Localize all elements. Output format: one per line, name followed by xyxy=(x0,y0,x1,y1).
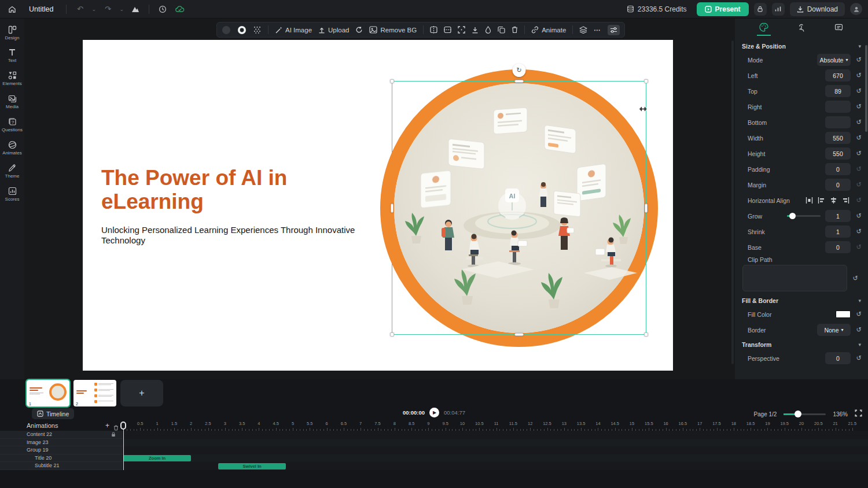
top-input[interactable]: 89 xyxy=(825,85,851,97)
align-right-icon[interactable] xyxy=(841,195,851,205)
add-animation-icon[interactable]: + xyxy=(105,422,109,430)
align-left-icon[interactable] xyxy=(816,195,826,205)
ai-image-button[interactable]: AI Image xyxy=(275,26,312,34)
slide-title[interactable]: The Power of AI in eLearning xyxy=(101,166,304,214)
sidebar-item-questions[interactable]: ?Questions xyxy=(1,115,24,135)
animation-block-zoom-in[interactable]: Zoom In xyxy=(123,455,191,461)
reset-icon[interactable]: ↺ xyxy=(854,87,863,95)
redo-dropdown-icon[interactable]: ⌄ xyxy=(119,3,124,16)
clip-path-input[interactable] xyxy=(742,265,847,291)
sidebar-item-text[interactable]: Text xyxy=(1,46,24,66)
undo-dropdown-icon[interactable]: ⌄ xyxy=(91,3,97,16)
playhead-handle[interactable] xyxy=(120,422,126,430)
perspective-input[interactable]: 0 xyxy=(825,352,851,364)
slide-subtitle[interactable]: Unlocking Personalized Learning Experien… xyxy=(101,225,356,246)
track-row-content-22[interactable]: Content 22 xyxy=(0,431,868,439)
upload-button[interactable]: Upload xyxy=(318,27,349,34)
distribute-icon[interactable] xyxy=(804,195,814,205)
sidebar-item-animates[interactable]: Animates xyxy=(1,138,24,158)
collapse-caret-icon[interactable]: ▾ xyxy=(858,298,861,304)
rotate-icon[interactable] xyxy=(355,26,363,34)
split-vertical-icon[interactable] xyxy=(444,26,451,34)
lock-button[interactable] xyxy=(754,3,767,16)
reset-icon[interactable]: ↺ xyxy=(854,181,863,188)
reset-icon[interactable]: ↺ xyxy=(854,354,863,362)
download-element-icon[interactable] xyxy=(472,27,479,34)
width-input[interactable]: 550 xyxy=(825,132,851,144)
tab-interactions[interactable] xyxy=(790,19,813,36)
resize-handle-e[interactable] xyxy=(645,204,648,213)
play-button[interactable]: ▶ xyxy=(429,408,439,417)
sidebar-item-elements[interactable]: Elements xyxy=(1,69,24,89)
grow-slider-knob[interactable] xyxy=(789,213,796,219)
slide-canvas[interactable]: The Power of AI in eLearning Unlocking P… xyxy=(83,40,673,371)
slide-thumbnail-2[interactable]: 2 xyxy=(73,380,116,406)
mode-dropdown[interactable]: Absolute▾ xyxy=(817,54,851,66)
resize-handle-se[interactable] xyxy=(644,332,648,337)
zoom-slider-knob[interactable] xyxy=(795,411,801,417)
resize-handle-sw[interactable] xyxy=(390,332,394,337)
fit-screen-icon[interactable] xyxy=(855,409,862,419)
color-droplet-icon[interactable] xyxy=(485,26,491,34)
duplicate-icon[interactable] xyxy=(498,26,505,34)
height-input[interactable]: 550 xyxy=(825,147,851,160)
dither-pattern-icon[interactable] xyxy=(253,25,262,34)
resize-icon[interactable] xyxy=(129,3,142,16)
account-avatar[interactable] xyxy=(850,3,862,15)
bottom-input[interactable] xyxy=(825,116,851,128)
padding-input[interactable]: 0 xyxy=(825,163,851,175)
undo-icon[interactable]: ↶ xyxy=(73,3,86,16)
playhead-line[interactable] xyxy=(123,423,124,470)
sidebar-item-scores[interactable]: Scores xyxy=(1,184,24,205)
canvas-scrollbar[interactable] xyxy=(731,40,734,364)
resize-handle-ne[interactable] xyxy=(644,79,648,83)
section-header-transform[interactable]: Transform▾ xyxy=(735,338,868,350)
history-icon[interactable] xyxy=(156,3,169,16)
resize-handle-w[interactable] xyxy=(391,204,393,213)
mask-circle-icon[interactable] xyxy=(237,25,247,35)
align-center-icon[interactable] xyxy=(829,195,838,205)
inspector-scrollbar[interactable] xyxy=(865,45,867,132)
document-title[interactable]: Untitled xyxy=(29,5,53,13)
timeline-ruler[interactable]: 00.511.522.533.544.555.566.577.588.599.5… xyxy=(123,421,868,431)
rotate-handle[interactable]: ↻ xyxy=(513,64,526,77)
reset-icon[interactable]: ↺ xyxy=(854,165,863,173)
remove-bg-button[interactable]: Remove BG xyxy=(369,26,417,34)
fit-selection-icon[interactable] xyxy=(458,26,465,34)
reset-icon[interactable]: ↺ xyxy=(854,243,863,251)
section-header-fill-border[interactable]: Fill & Border▾ xyxy=(735,294,868,306)
redo-icon[interactable]: ↷ xyxy=(101,3,114,16)
home-icon[interactable] xyxy=(6,3,19,16)
collapse-caret-icon[interactable]: ▾ xyxy=(858,43,861,49)
reset-icon[interactable]: ↺ xyxy=(854,72,863,79)
track-row-image-23[interactable]: Image 23 xyxy=(0,439,868,447)
tab-comments[interactable] xyxy=(827,19,851,36)
reset-icon[interactable]: ↺ xyxy=(854,56,863,64)
selection-box[interactable]: ↻ xyxy=(392,81,646,335)
reset-icon[interactable]: ↺ xyxy=(854,212,863,220)
delete-icon[interactable] xyxy=(512,26,518,34)
animation-block-swivel-in[interactable]: Swivel In xyxy=(218,463,286,469)
base-input[interactable]: 0 xyxy=(825,241,851,253)
shrink-input[interactable]: 1 xyxy=(825,225,851,238)
right-input[interactable] xyxy=(825,101,851,113)
section-header-size-position[interactable]: Size & Position▾ xyxy=(735,39,868,52)
reset-icon[interactable]: ↺ xyxy=(854,197,863,204)
zoom-slider[interactable] xyxy=(784,413,826,415)
border-dropdown[interactable]: None▾ xyxy=(817,324,851,336)
sidebar-item-design[interactable]: Design xyxy=(1,23,24,43)
tab-style[interactable] xyxy=(752,19,775,36)
present-button[interactable]: Present xyxy=(697,2,749,16)
fill-color-swatch[interactable] xyxy=(836,310,851,318)
animate-button[interactable]: Animate xyxy=(531,26,566,34)
track-row-subtitle-21[interactable]: Subtitle 21Swivel In xyxy=(0,462,868,470)
reset-icon[interactable]: ↺ xyxy=(854,150,863,157)
reset-icon[interactable]: ↺ xyxy=(854,134,863,142)
collapse-caret-icon[interactable]: ▾ xyxy=(858,342,861,347)
reset-icon[interactable]: ↺ xyxy=(854,326,863,334)
track-row-title-20[interactable]: Title 20Zoom In xyxy=(0,454,868,463)
mask-transparent-icon[interactable] xyxy=(222,25,231,35)
layers-icon[interactable] xyxy=(579,26,587,34)
resize-handle-n[interactable] xyxy=(514,80,524,83)
sidebar-item-theme[interactable]: Theme xyxy=(1,161,24,182)
